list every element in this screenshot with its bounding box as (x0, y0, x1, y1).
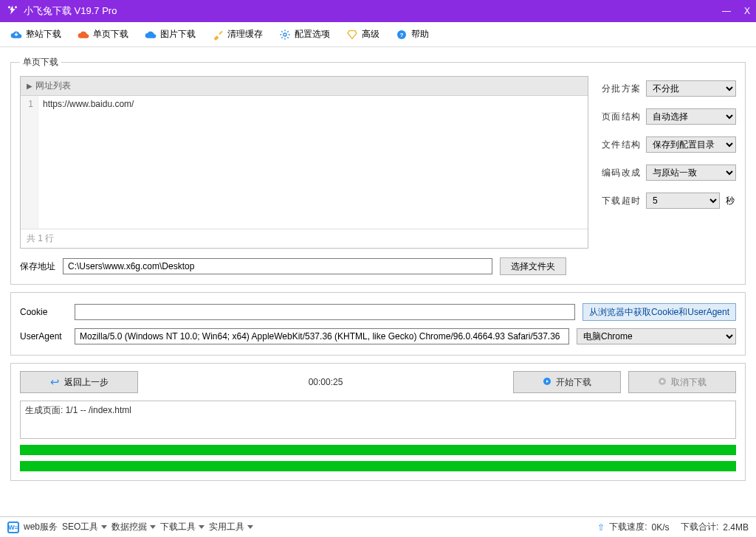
url-list-header[interactable]: ▶ 网址列表 (21, 77, 588, 96)
status-data-mining[interactable]: 数据挖掘 (111, 521, 156, 533)
cloud-image-icon (145, 29, 157, 41)
toolbar-image-download[interactable]: 图片下载 (145, 28, 196, 41)
caret-down-icon (199, 525, 205, 529)
toolbar-label: 帮助 (411, 28, 429, 41)
button-label: 开始下载 (556, 376, 591, 389)
close-button[interactable]: X (744, 6, 750, 16)
batch-label: 分批方案 (602, 83, 640, 95)
encoding-select[interactable]: 与原站一致 (646, 164, 736, 181)
single-page-group: 单页下载 ▶ 网址列表 1 https://www.baidu.com/ 共 1… (10, 56, 746, 285)
useragent-input[interactable] (75, 328, 569, 344)
save-path-input[interactable] (63, 258, 492, 274)
toolbar-single-page[interactable]: 单页下载 (78, 28, 128, 41)
page-structure-select[interactable]: 自动选择 (646, 108, 736, 125)
toolbar-whole-site[interactable]: 整站下载 (10, 28, 61, 41)
useragent-preset-select[interactable]: 电脑Chrome (577, 328, 736, 344)
broom-icon (212, 29, 224, 41)
useragent-label: UserAgent (20, 331, 67, 342)
upload-icon: ⇧ (597, 522, 605, 533)
toolbar-config[interactable]: 配置选项 (279, 28, 330, 41)
toolbar: 整站下载 单页下载 图片下载 清理缓存 配置选项 高级 ? 帮助 (0, 22, 756, 47)
button-label: 返回上一步 (64, 376, 109, 389)
statusbar: W≡ web服务 SEO工具 数据挖掘 下载工具 实用工具 ⇧ 下载速度: 0K… (0, 516, 756, 537)
svg-rect-7 (662, 380, 664, 382)
window-title: 小飞兔下载 V19.7 Pro (24, 4, 722, 18)
toolbar-clear-cache[interactable]: 清理缓存 (212, 28, 263, 41)
caret-down-icon (247, 525, 253, 529)
status-label: web服务 (24, 521, 58, 533)
button-label: 从浏览器中获取Cookie和UserAgent (589, 306, 729, 319)
svg-point-1 (15, 6, 17, 8)
svg-text:?: ? (400, 32, 404, 38)
diamond-icon (346, 29, 358, 41)
toolbar-label: 图片下载 (160, 28, 196, 41)
options-panel: 分批方案 不分批 页面结构 自动选择 文件结构 保存到配置目录 编码改成 与原站… (602, 76, 736, 249)
status-speed: ⇧ 下载速度: 0K/s 下载合计: 2.4MB (597, 521, 749, 533)
button-label: 取消下载 (671, 376, 707, 389)
app-logo-icon (6, 4, 19, 18)
total-value: 2.4MB (723, 522, 749, 533)
cloud-down-orange-icon (78, 29, 89, 41)
log-line: 生成页面: 1/1 -- /index.html (25, 404, 731, 417)
start-download-button[interactable]: 开始下载 (513, 371, 621, 393)
toolbar-label: 单页下载 (93, 28, 128, 41)
timer-display: 00:00:25 (145, 377, 506, 387)
cloud-down-icon (10, 29, 22, 41)
svg-point-0 (8, 6, 10, 8)
encoding-label: 编码改成 (602, 167, 640, 179)
gear-icon (279, 29, 291, 41)
progress-bar-2 (20, 461, 736, 471)
caret-down-icon (101, 525, 107, 529)
toolbar-label: 清理缓存 (227, 28, 263, 41)
help-icon: ? (396, 29, 408, 41)
web-service-icon: W≡ (7, 522, 19, 533)
play-icon (543, 377, 551, 388)
svg-point-2 (284, 33, 286, 36)
speed-label: 下载速度: (609, 521, 647, 533)
status-utilities[interactable]: 实用工具 (209, 521, 253, 533)
toolbar-advanced[interactable]: 高级 (346, 28, 379, 41)
cookie-label: Cookie (20, 307, 67, 317)
speed-value: 0K/s (652, 522, 670, 533)
total-label: 下载合计: (681, 521, 718, 533)
group-legend: 单页下载 (20, 56, 61, 69)
status-label: 数据挖掘 (111, 521, 147, 533)
timeout-unit: 秒 (726, 195, 736, 207)
status-label: SEO工具 (62, 521, 98, 533)
file-structure-select[interactable]: 保存到配置目录 (646, 136, 736, 153)
toolbar-label: 整站下载 (26, 28, 61, 41)
status-label: 下载工具 (160, 521, 196, 533)
http-section: Cookie 从浏览器中获取Cookie和UserAgent UserAgent… (10, 292, 746, 356)
timeout-label: 下载超时 (602, 195, 640, 207)
minimize-button[interactable]: — (722, 6, 731, 16)
triangle-icon: ▶ (27, 82, 32, 90)
log-output: 生成页面: 1/1 -- /index.html (20, 401, 736, 439)
cookie-input[interactable] (75, 304, 575, 320)
titlebar: 小飞兔下载 V19.7 Pro — X (0, 0, 756, 22)
get-from-browser-button[interactable]: 从浏览器中获取Cookie和UserAgent (583, 303, 736, 321)
action-section: ↩ 返回上一步 00:00:25 开始下载 取消下载 生成页面: 1/1 -- … (10, 363, 746, 481)
url-list-header-label: 网址列表 (35, 80, 71, 92)
url-list-body[interactable]: 1 https://www.baidu.com/ (21, 96, 588, 229)
batch-select[interactable]: 不分批 (646, 80, 736, 97)
timeout-select[interactable]: 5 (646, 193, 720, 209)
choose-folder-button[interactable]: 选择文件夹 (500, 257, 566, 275)
status-web-service[interactable]: web服务 (24, 521, 58, 533)
file-structure-label: 文件结构 (602, 139, 640, 151)
button-label: 选择文件夹 (511, 260, 555, 273)
stop-icon (658, 377, 667, 388)
toolbar-label: 高级 (362, 28, 379, 41)
status-label: 实用工具 (209, 521, 244, 533)
toolbar-label: 配置选项 (295, 28, 330, 41)
back-button[interactable]: ↩ 返回上一步 (20, 371, 138, 393)
status-download-tools[interactable]: 下载工具 (160, 521, 205, 533)
url-list-box: ▶ 网址列表 1 https://www.baidu.com/ 共 1 行 (20, 76, 588, 249)
cancel-download-button[interactable]: 取消下载 (628, 371, 736, 393)
save-path-label: 保存地址 (20, 260, 55, 273)
status-seo-tools[interactable]: SEO工具 (62, 521, 107, 533)
url-line[interactable]: https://www.baidu.com/ (38, 96, 588, 229)
toolbar-help[interactable]: ? 帮助 (396, 28, 429, 41)
page-structure-label: 页面结构 (602, 111, 640, 123)
reply-arrow-icon: ↩ (50, 375, 60, 389)
url-list-footer: 共 1 行 (21, 229, 588, 248)
